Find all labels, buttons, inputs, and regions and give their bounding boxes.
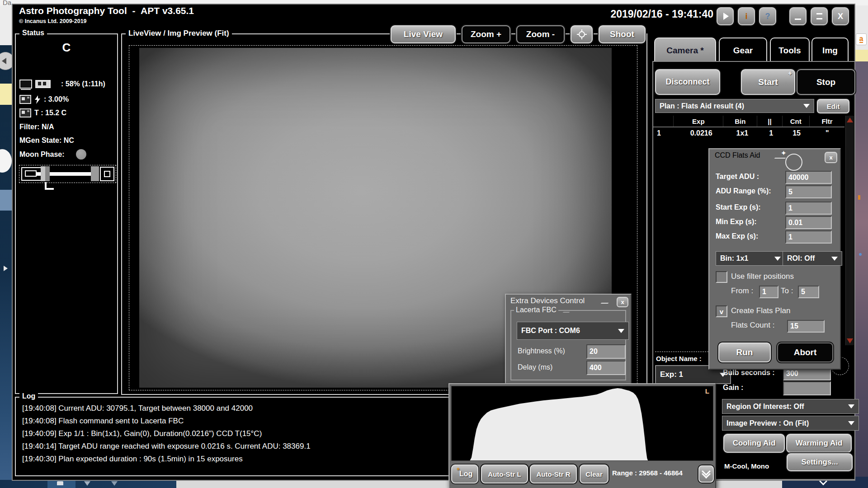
help-button[interactable]: ? xyxy=(759,7,776,25)
status-slider[interactable] xyxy=(19,165,116,183)
log-entry: [19:40:08] Current ADU: 30795.1, Target … xyxy=(22,402,449,415)
play-button[interactable] xyxy=(717,7,734,25)
flats-count-input[interactable]: 15 xyxy=(787,320,825,333)
gain-label: Gain : xyxy=(723,384,743,392)
dropdown-arrow-icon xyxy=(803,104,810,108)
taskbar-folder-icon[interactable] xyxy=(57,481,63,485)
dropdown-arrow-icon xyxy=(831,257,838,261)
create-flats-plan-label: Create Flats Plan xyxy=(731,306,790,315)
start-button[interactable]: Start + xyxy=(741,69,795,95)
play-icon xyxy=(723,13,729,20)
title-notch xyxy=(601,298,614,304)
slider-corner-mark xyxy=(45,182,54,190)
brightness-input[interactable]: 20 xyxy=(586,344,626,359)
ccd-flats-aid-window: CCD Flats Aid ✦ x Target ADU : 40000 ADU… xyxy=(708,148,841,370)
camera-model-text: M-Cool, Mono xyxy=(724,462,769,470)
settings-button[interactable]: Settings... xyxy=(787,453,853,471)
plan-select[interactable]: Plan : Flats Aid result (4) xyxy=(655,99,814,113)
flats-aid-close-button[interactable]: x xyxy=(825,152,837,163)
crosshair-icon xyxy=(576,29,587,40)
tab-img[interactable]: Img xyxy=(811,38,849,63)
battery-text: : 58% (1:11h) xyxy=(61,80,105,88)
lightning-icon xyxy=(34,95,41,104)
slider-right-cap[interactable] xyxy=(100,167,114,181)
minimize-button[interactable] xyxy=(789,7,807,25)
plan-table-scrollbar[interactable] xyxy=(845,116,854,345)
use-filter-checkbox[interactable] xyxy=(716,271,727,283)
zoom-out-button[interactable]: Zoom - xyxy=(516,25,565,43)
stop-button[interactable]: Stop xyxy=(797,69,855,95)
object-name-label: Object Name : xyxy=(656,355,702,362)
abort-button[interactable]: Abort xyxy=(777,343,833,362)
max-exp-input[interactable]: 1 xyxy=(785,230,832,244)
tab-gear[interactable]: Gear xyxy=(719,38,767,63)
dropdown-arrow-icon xyxy=(618,329,624,333)
run-button[interactable]: Run xyxy=(718,343,771,362)
histogram-collapse-button[interactable] xyxy=(698,465,714,483)
zoom-in-button[interactable]: Zoom + xyxy=(462,25,510,43)
tab-tools[interactable]: Tools xyxy=(770,38,810,63)
min-exp-input[interactable]: 0.01 xyxy=(785,216,832,229)
disconnect-button[interactable]: Disconnect xyxy=(655,69,720,95)
restore-button[interactable] xyxy=(811,7,828,25)
log-entry: [19:40:30] Plan expected duration : 90s … xyxy=(22,453,449,465)
cooling-aid-button[interactable]: Cooling Aid xyxy=(723,434,785,453)
brightness-label: Brightness (%) xyxy=(518,347,565,355)
deco-star-icon: ✦ xyxy=(781,149,787,157)
close-button[interactable]: X xyxy=(832,7,849,25)
delay-label: Delay (ms) xyxy=(518,363,552,371)
min-exp-label: Min Exp (s): xyxy=(716,218,757,226)
play-marker-icon xyxy=(4,266,8,271)
roi-select[interactable]: Region Of Interest: Off xyxy=(722,399,859,414)
warming-aid-button[interactable]: Warming Aid xyxy=(786,434,852,453)
plan-table-row[interactable]: 1 0.0216 1x1 1 15 " xyxy=(653,127,844,139)
status-panel-title: Status xyxy=(19,29,47,37)
cloud-shape xyxy=(0,149,12,173)
app-version: APT v3.65.1 xyxy=(141,5,194,16)
scroll-down-icon[interactable] xyxy=(847,338,853,343)
slider-thumb-right[interactable] xyxy=(91,166,99,181)
gain-input[interactable] xyxy=(783,381,831,395)
slider-thumb[interactable] xyxy=(41,166,50,181)
amazon-badge[interactable]: a xyxy=(856,33,867,45)
extra-devices-close-button[interactable]: x xyxy=(617,297,628,307)
histogram-log-button[interactable]: * Log xyxy=(451,465,478,483)
live-view-button[interactable]: Live View xyxy=(391,25,456,43)
start-plus-badge: + xyxy=(788,69,792,77)
delay-input[interactable]: 400 xyxy=(586,361,626,375)
range-text: Range : 29568 - 46864 xyxy=(612,469,683,477)
focus-dashed-line xyxy=(655,352,708,352)
edit-button[interactable]: Edit xyxy=(817,99,849,113)
mgen-status: MGen State: NC xyxy=(19,136,74,145)
taskbar-chat-icon[interactable] xyxy=(84,481,90,486)
flash-text: : 3.00% xyxy=(44,95,69,103)
taskbar-left xyxy=(0,480,176,488)
from-input[interactable]: 1 xyxy=(759,286,778,298)
target-adu-input[interactable]: 40000 xyxy=(785,171,832,184)
info-button[interactable]: i xyxy=(738,7,755,25)
crosshair-button[interactable] xyxy=(571,25,593,43)
title-notch xyxy=(563,307,575,313)
adu-range-input[interactable]: 5 xyxy=(785,185,832,198)
scroll-up-icon[interactable] xyxy=(847,117,853,122)
flats-aid-title: CCD Flats Aid xyxy=(715,151,760,160)
create-flats-plan-checkbox[interactable]: v xyxy=(716,305,727,317)
taskbar-download-icon[interactable] xyxy=(111,481,118,486)
start-exp-input[interactable]: 1 xyxy=(785,202,832,215)
clear-button[interactable]: Clear xyxy=(580,465,609,483)
clock: 2019/02/16 - 19:41:40 xyxy=(610,8,713,20)
flats-bin-select[interactable]: Bin: 1x1 xyxy=(716,251,785,266)
log-entries[interactable]: [19:40:08] Current ADU: 30795.1, Target … xyxy=(22,402,449,465)
camera-icon xyxy=(19,108,31,117)
tab-camera[interactable]: Camera * xyxy=(654,38,716,63)
to-input[interactable]: 5 xyxy=(798,286,819,298)
auto-stretch-left-button[interactable]: Auto-Str L xyxy=(481,465,528,483)
status-panel: Status C : 58% (1:11h) : 3.00% T : 15.2 … xyxy=(15,33,118,394)
auto-stretch-right-button[interactable]: Auto-Str R xyxy=(530,465,577,483)
fbc-port-select[interactable]: FBC Port : COM6 xyxy=(517,322,629,340)
image-preview-select[interactable]: Image Preview : On (Fit) xyxy=(722,416,859,431)
desktop-bottom-band xyxy=(0,480,868,488)
shoot-button[interactable]: Shoot xyxy=(599,25,646,43)
flats-roi-select[interactable]: ROI: Off xyxy=(783,251,842,266)
liveview-toolbar: Live View Zoom + Zoom - Shoot xyxy=(391,25,646,43)
